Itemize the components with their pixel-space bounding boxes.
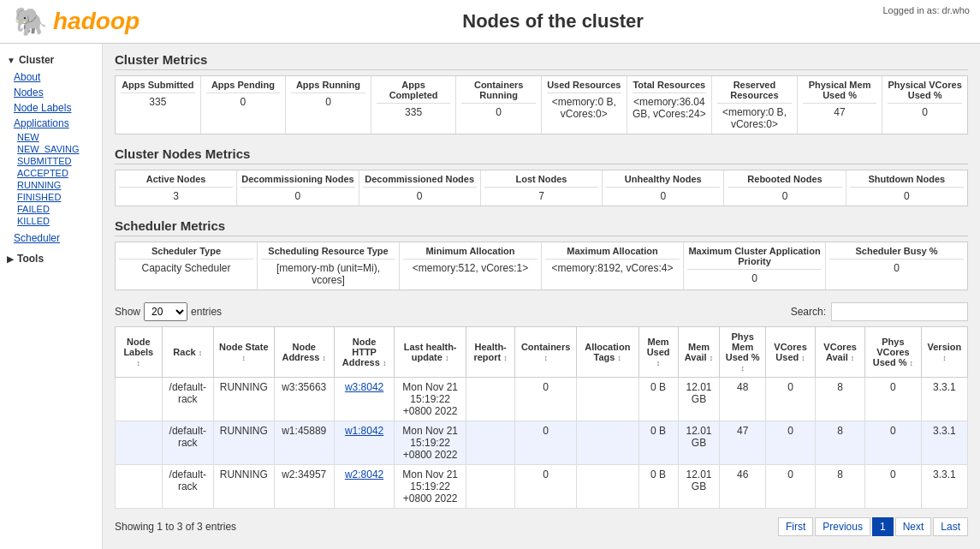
nm-active-value: 3: [119, 190, 233, 202]
sc-max-allocation-header: Maximum Allocation: [545, 246, 680, 260]
sidebar-item-failed[interactable]: FAILED: [0, 203, 102, 215]
main-content: Cluster Metrics Apps Submitted 335 Apps …: [103, 44, 980, 549]
pagination: First Previous 1 Next Last: [778, 517, 968, 536]
search-input[interactable]: [831, 302, 968, 321]
table-cell: 0: [766, 465, 816, 509]
table-cell: [466, 465, 515, 509]
sidebar: ▼ Cluster About Nodes Node Labels Applic…: [0, 44, 103, 549]
layout: ▼ Cluster About Nodes Node Labels Applic…: [0, 44, 980, 549]
col-node-state[interactable]: Node State ↕: [213, 327, 274, 378]
table-cell: 47: [720, 421, 766, 465]
metric-apps-completed-header: Apps Completed: [377, 80, 451, 104]
col-phys-vcores-used[interactable]: Phys VCores Used % ↕: [865, 327, 922, 378]
col-rack[interactable]: Rack ↕: [162, 327, 213, 378]
node-http-link[interactable]: w2:8042: [345, 468, 383, 480]
pagination-first[interactable]: First: [778, 517, 813, 536]
metric-apps-pending-value: 0: [206, 96, 281, 108]
nodes-metrics-title: Cluster Nodes Metrics: [115, 146, 968, 164]
col-version[interactable]: Version ↕: [921, 327, 967, 378]
table-cell: RUNNING: [213, 421, 274, 465]
col-vcores-used[interactable]: VCores Used ↕: [766, 327, 816, 378]
sidebar-item-new-saving[interactable]: NEW_SAVING: [0, 143, 102, 155]
table-cell: [116, 378, 163, 421]
col-mem-avail[interactable]: Mem Avail ↕: [678, 327, 720, 378]
table-cell: 0: [515, 378, 577, 421]
metric-phys-mem: Physical Mem Used % 47: [798, 76, 883, 134]
sidebar-item-about[interactable]: About: [0, 69, 102, 85]
table-cell: 0: [515, 465, 577, 509]
pagination-current[interactable]: 1: [872, 517, 894, 536]
metric-used-resources-value: <memory:0 B, vCores:0>: [547, 96, 621, 120]
sidebar-item-submitted[interactable]: SUBMITTED: [0, 155, 102, 167]
table-cell: [466, 378, 515, 421]
node-http-link[interactable]: w1:8042: [345, 425, 383, 437]
show-entries-select[interactable]: 20 10 25 50 100: [144, 302, 187, 321]
show-label: Show: [115, 306, 140, 318]
cluster-section-header[interactable]: ▼ Cluster: [0, 51, 102, 69]
cluster-section: ▼ Cluster About Nodes Node Labels Applic…: [0, 51, 102, 227]
table-row: /default-rackRUNNINGw2:34957w2:8042Mon N…: [116, 465, 968, 509]
elephant-icon: 🐘: [14, 5, 48, 38]
sc-busy: Scheduler Busy % 0: [826, 242, 967, 289]
sidebar-item-new[interactable]: NEW: [0, 131, 102, 143]
metric-reserved-resources-value: <memory:0 B, vCores:0>: [717, 106, 792, 130]
table-footer: Showing 1 to 3 of 3 entries First Previo…: [115, 514, 968, 540]
entries-label: entries: [191, 306, 222, 318]
sc-min-allocation-header: Minimum Allocation: [403, 246, 538, 260]
sc-type-value: Capacity Scheduler: [119, 262, 253, 274]
col-containers[interactable]: Containers ↕: [515, 327, 577, 378]
sc-busy-header: Scheduler Busy %: [829, 246, 964, 260]
metric-reserved-resources: Reserved Resources <memory:0 B, vCores:0…: [712, 76, 798, 134]
table-cell: w1:8042: [334, 421, 394, 465]
table-cell: w3:8042: [334, 378, 394, 421]
logo-text: hadoop: [53, 8, 140, 35]
metric-containers-running: Containers Running 0: [456, 76, 542, 134]
col-node-address[interactable]: Node Address ↕: [274, 327, 334, 378]
col-allocation-tags[interactable]: Allocation Tags ↕: [577, 327, 638, 378]
sidebar-item-applications[interactable]: Applications: [0, 116, 102, 131]
metric-apps-running-header: Apps Running: [291, 80, 365, 93]
col-health-report[interactable]: Health-report ↕: [466, 327, 515, 378]
table-cell: [116, 421, 163, 465]
table-cell: RUNNING: [213, 378, 274, 421]
sidebar-item-running[interactable]: RUNNING: [0, 179, 102, 191]
table-header-row: Node Labels ↕ Rack ↕ Node State ↕ Node A…: [116, 327, 968, 378]
sc-resource-type-header: Scheduling Resource Type: [261, 246, 395, 260]
nm-rebooted-header: Rebooted Nodes: [728, 174, 841, 188]
nm-lost-header: Lost Nodes: [484, 174, 598, 188]
table-cell: [577, 421, 638, 465]
metric-total-resources-header: Total Resources: [633, 80, 707, 93]
nm-active: Active Nodes 3: [116, 170, 237, 206]
table-cell: 12.01 GB: [678, 421, 720, 465]
pagination-last[interactable]: Last: [933, 517, 968, 536]
sidebar-item-finished[interactable]: FINISHED: [0, 191, 102, 203]
metric-apps-completed-value: 335: [377, 106, 451, 118]
sc-max-allocation-value: <memory:8192, vCores:4>: [545, 262, 680, 274]
sc-busy-value: 0: [829, 262, 964, 274]
sidebar-item-node-labels[interactable]: Node Labels: [0, 100, 102, 116]
metric-total-resources-value: <memory:36.04 GB, vCores:24>: [633, 96, 707, 120]
metric-apps-pending: Apps Pending 0: [201, 76, 287, 134]
sc-type-header: Scheduler Type: [119, 246, 253, 260]
tools-section-header[interactable]: ▶ Tools: [0, 249, 102, 268]
pagination-next[interactable]: Next: [895, 517, 932, 536]
col-vcores-avail[interactable]: VCores Avail ↕: [816, 327, 865, 378]
col-phys-mem-used[interactable]: Phys Mem Used % ↕: [720, 327, 766, 378]
pagination-previous[interactable]: Previous: [815, 517, 870, 536]
table-cell: 8: [816, 421, 865, 465]
sidebar-item-nodes[interactable]: Nodes: [0, 85, 102, 100]
tools-arrow-icon: ▶: [7, 254, 14, 264]
tools-label: Tools: [17, 253, 44, 265]
sidebar-item-scheduler[interactable]: Scheduler: [0, 230, 102, 246]
cluster-metrics-grid: Apps Submitted 335 Apps Pending 0 Apps R…: [115, 75, 968, 134]
col-node-labels[interactable]: Node Labels ↕: [116, 327, 163, 378]
metric-apps-running-value: 0: [291, 96, 365, 108]
node-http-link[interactable]: w3:8042: [345, 381, 383, 393]
col-mem-used[interactable]: Mem Used ↕: [638, 327, 678, 378]
col-node-http-address[interactable]: Node HTTP Address ↕: [334, 327, 394, 378]
scheduler-metrics-title: Scheduler Metrics: [115, 218, 968, 236]
col-last-health-update[interactable]: Last health-update ↕: [395, 327, 466, 378]
sidebar-item-killed[interactable]: KILLED: [0, 215, 102, 227]
table-cell: 0 B: [638, 465, 678, 509]
sidebar-item-accepted[interactable]: ACCEPTED: [0, 167, 102, 179]
